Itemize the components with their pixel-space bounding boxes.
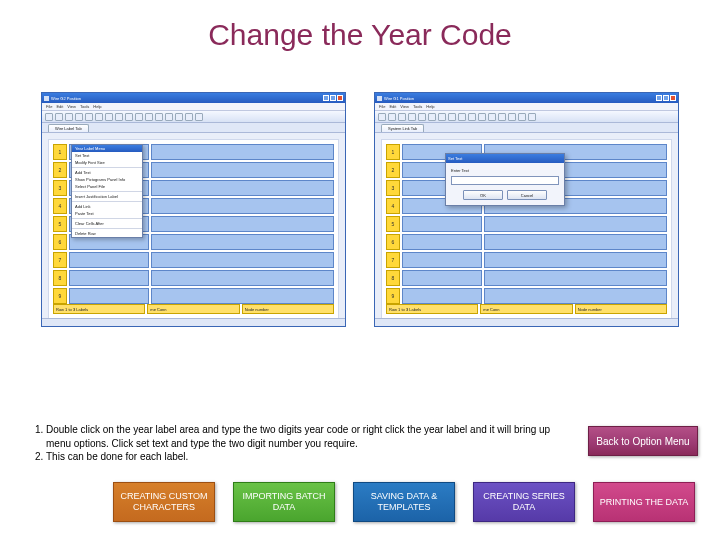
instructions-block: Double click on the year label area and … — [28, 423, 568, 464]
screenshot-pair: Wire G2 Position File Edit View Tools He… — [0, 62, 720, 337]
screenshot-left: Wire G2 Position File Edit View Tools He… — [41, 92, 346, 327]
window-title-text: Wire G1 Position — [384, 96, 414, 101]
dialog-label: Enter Text — [451, 168, 559, 173]
grid-footer: Row 1 to 3 Labels me Conn Node number — [386, 304, 667, 314]
set-text-dialog: Set Text Enter Text OK Cancel — [445, 153, 565, 206]
dialog-titlebar: Set Text — [446, 154, 564, 163]
document-tab: Wire Label Tab — [48, 124, 89, 132]
maximize-icon — [663, 95, 669, 101]
window-titlebar: Wire G2 Position — [42, 93, 345, 103]
nav-saving-data-templates[interactable]: SAVING DATA & TEMPLATES — [353, 482, 455, 522]
status-bar — [375, 318, 678, 326]
close-icon — [337, 95, 343, 101]
nav-importing-batch-data[interactable]: IMPORTING BATCH DATA — [233, 482, 335, 522]
document-tab-strip: Wire Label Tab — [42, 123, 345, 133]
context-menu: Year Label Menu Set Text Modify Font Siz… — [71, 144, 143, 238]
bottom-nav: CREATING CUSTOM CHARACTERS IMPORTING BAT… — [113, 482, 695, 522]
nav-creating-series-data[interactable]: CREATING SERIES DATA — [473, 482, 575, 522]
status-bar — [42, 318, 345, 326]
window-titlebar: Wire G1 Position — [375, 93, 678, 103]
close-icon — [556, 156, 562, 162]
instruction-1: Double click on the year label area and … — [46, 423, 568, 450]
cancel-button: Cancel — [507, 190, 547, 200]
toolbar — [375, 111, 678, 123]
close-icon — [670, 95, 676, 101]
menu-bar: File Edit View Tools Help — [42, 103, 345, 111]
toolbar — [42, 111, 345, 123]
app-icon — [377, 96, 382, 101]
minimize-icon — [656, 95, 662, 101]
screenshot-right: Wire G1 Position File Edit View Tools He… — [374, 92, 679, 327]
page-title: Change the Year Code — [0, 0, 720, 62]
nav-creating-custom-characters[interactable]: CREATING CUSTOM CHARACTERS — [113, 482, 215, 522]
nav-printing-the-data[interactable]: PRINTING THE DATA — [593, 482, 695, 522]
document-tab-strip: System Link Tab — [375, 123, 678, 133]
minimize-icon — [323, 95, 329, 101]
document-tab: System Link Tab — [381, 124, 424, 132]
back-to-option-menu-button[interactable]: Back to Option Menu — [588, 426, 698, 456]
instruction-2: This can be done for each label. — [46, 450, 568, 464]
context-menu-header: Year Label Menu — [72, 145, 142, 152]
menu-item-set-text: Set Text — [72, 152, 142, 159]
menu-bar: File Edit View Tools Help — [375, 103, 678, 111]
maximize-icon — [330, 95, 336, 101]
row-year-cell: 1 — [53, 144, 67, 160]
dialog-title-text: Set Text — [448, 156, 462, 161]
window-buttons — [323, 95, 343, 101]
ok-button: OK — [463, 190, 503, 200]
grid-footer: Row 1 to 3 Labels me Conn Node number — [53, 304, 334, 314]
window-title-text: Wire G2 Position — [51, 96, 81, 101]
app-icon — [44, 96, 49, 101]
dialog-input — [451, 176, 559, 185]
